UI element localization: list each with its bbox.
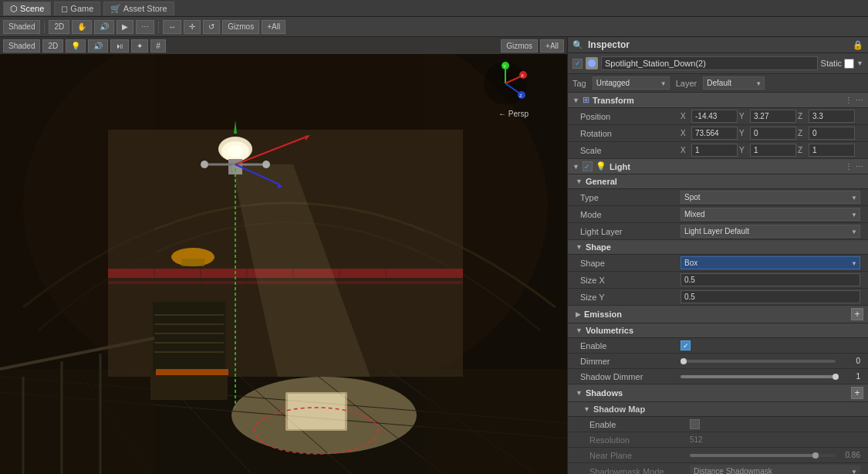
grid-btn[interactable]: # — [150, 39, 166, 52]
dots-btn[interactable]: ⋯ — [136, 20, 154, 34]
tab-game[interactable]: ◻ Game — [54, 2, 100, 15]
shadows-section[interactable]: ▼ Shadows + — [568, 384, 868, 402]
static-checkbox[interactable] — [844, 59, 854, 69]
near-plane-slider[interactable] — [690, 454, 836, 457]
scale-z-input[interactable] — [809, 144, 855, 157]
emission-section[interactable]: ▶ Emission + — [568, 306, 868, 323]
shadow-map-enable-row: Enable — [568, 417, 868, 432]
object-icon — [586, 57, 598, 69]
volumetrics-section[interactable]: ▼ Volumetrics — [568, 323, 868, 338]
near-plane-row: Near Plane 0.86 — [568, 448, 868, 463]
emission-add-btn[interactable]: + — [851, 308, 863, 320]
rotate-btn[interactable]: ↺ — [203, 20, 220, 34]
shape-field-label: Shape — [580, 259, 681, 268]
rot-z-input[interactable] — [809, 127, 855, 140]
all-toggle[interactable]: +All — [540, 39, 564, 52]
size-x-input[interactable] — [681, 273, 860, 286]
gizmos-btn[interactable]: Gizmos — [222, 20, 259, 34]
tag-layer-row: Tag Untagged ▼ Layer Default ▼ — [568, 74, 868, 93]
shaded-btn[interactable]: Shaded — [3, 20, 40, 34]
inspector-lock-icon[interactable]: 🔒 — [853, 40, 863, 50]
static-dropdown-arrow[interactable]: ▼ — [856, 59, 863, 67]
light-layer-dropdown[interactable]: Light Layer Default — [681, 225, 860, 238]
light-enable-checkbox[interactable] — [583, 161, 593, 171]
transform-chevron: ▼ — [572, 96, 579, 104]
pos-z-input[interactable] — [809, 110, 855, 123]
transform-overflow-icon[interactable]: ⋯ — [856, 96, 863, 104]
transform-settings-icon[interactable]: ⋮ — [845, 96, 853, 104]
anim-btn[interactable]: ▶ — [117, 20, 133, 34]
shape-dropdown[interactable]: Box — [681, 256, 860, 269]
light-overflow-icon[interactable]: ⋯ — [856, 162, 863, 171]
object-name-input[interactable] — [601, 56, 818, 70]
layer-dropdown[interactable]: Default — [703, 76, 765, 90]
viewport-gizmo[interactable]: Y X Z — [482, 60, 529, 107]
scale-x-input[interactable] — [691, 144, 738, 157]
tag-dropdown[interactable]: Untagged — [593, 76, 670, 90]
position-value: X Y Z — [681, 110, 860, 123]
mode-dropdown[interactable]: Mixed — [681, 208, 860, 221]
scale-y-input[interactable] — [750, 144, 796, 157]
move-btn[interactable]: ↔ — [163, 20, 181, 34]
scale-label: Scale — [580, 146, 681, 155]
inspector-body: Static ▼ Tag Untagged ▼ Layer Default — [568, 53, 868, 474]
shaded-dropdown[interactable]: Shaded — [3, 39, 40, 52]
pos-xyz: X Y Z — [681, 110, 855, 123]
type-dropdown[interactable]: Spot — [681, 191, 860, 204]
2d-btn[interactable]: 2D — [49, 20, 69, 34]
audio-toggle[interactable]: 🔊 — [88, 39, 108, 52]
audio-btn[interactable]: 🔊 — [94, 20, 114, 34]
shadowmask-dropdown-wrapper: Distance Shadowmask ▼ — [690, 465, 860, 474]
shadow-map-enable-label: Enable — [589, 420, 690, 429]
game-icon: ◻ — [61, 4, 68, 13]
svg-text:X: X — [521, 73, 524, 78]
shadows-add-btn[interactable]: + — [851, 387, 863, 399]
pos-x-input[interactable] — [691, 110, 738, 123]
vol-enable-checkbox[interactable]: ✓ — [681, 340, 691, 350]
layer-label: Layer — [676, 79, 697, 88]
size-y-row: Size Y — [568, 289, 868, 306]
vol-enable-row: Enable ✓ — [568, 338, 868, 354]
pos-y-input[interactable] — [750, 110, 796, 123]
resolution-label: Resolution — [589, 435, 690, 445]
viewport[interactable]: Y X Z ← Persp Shaded 2D 💡 🔊 ⏯ ✦ # — [0, 37, 567, 474]
general-section[interactable]: ▼ General — [568, 174, 868, 189]
top-tabs: ⬡ Scene ◻ Game 🛒 Asset Store — [0, 0, 868, 17]
light-icon-btn[interactable]: 💡 — [66, 39, 86, 52]
dimmer-label: Dimmer — [580, 357, 681, 366]
pos-y-label: Y — [739, 112, 748, 120]
mode-row: Mode Mixed ▼ — [568, 206, 868, 223]
tab-scene[interactable]: ⬡ Scene — [3, 2, 51, 15]
rot-x-input[interactable] — [691, 127, 738, 140]
svg-rect-26 — [153, 302, 225, 371]
shadows-label: Shadows — [586, 388, 623, 398]
all-btn[interactable]: +All — [262, 20, 285, 34]
fx-btn[interactable]: ✦ — [131, 39, 148, 52]
rot-x-label: X — [681, 129, 690, 137]
object-active-checkbox[interactable] — [572, 59, 583, 69]
shadow-map-checkbox[interactable] — [690, 419, 700, 429]
light-settings-icon[interactable]: ⋮ — [845, 162, 853, 171]
2d-toggle[interactable]: 2D — [42, 39, 63, 52]
scale-xyz: X Y Z — [681, 144, 855, 157]
hand-btn[interactable]: ✋ — [72, 20, 92, 34]
rot-y-input[interactable] — [750, 127, 796, 140]
shadowmask-dropdown[interactable]: Distance Shadowmask — [690, 465, 860, 474]
resolution-row: Resolution 512 — [568, 432, 868, 448]
tab-asset-store[interactable]: 🛒 Asset Store — [103, 2, 174, 15]
transform-header[interactable]: ▼ ⊞ Transform ⋮ ⋯ — [568, 93, 868, 108]
shadow-map-section[interactable]: ▼ Shadow Map — [568, 402, 868, 417]
shape-section[interactable]: ▼ Shape — [568, 240, 868, 255]
shadow-dimmer-slider[interactable] — [681, 375, 836, 378]
scene-icon: ⬡ — [10, 4, 18, 13]
anim-toggle[interactable]: ⏯ — [110, 39, 129, 52]
viewport-toolbar: Shaded 2D ✋ 🔊 ▶ ⋯ ↔ ✛ ↺ Gizmos +All — [0, 17, 868, 37]
mode-label: Mode — [580, 210, 681, 219]
select-btn[interactable]: ✛ — [184, 20, 201, 34]
shadow-map-label: Shadow Map — [593, 405, 645, 414]
light-title: Light — [610, 162, 842, 171]
light-header[interactable]: ▼ 💡 Light ⋮ ⋯ — [568, 159, 868, 174]
gizmos-toggle[interactable]: Gizmos — [501, 39, 538, 52]
dimmer-slider[interactable] — [681, 360, 836, 363]
size-y-input[interactable] — [681, 290, 860, 303]
